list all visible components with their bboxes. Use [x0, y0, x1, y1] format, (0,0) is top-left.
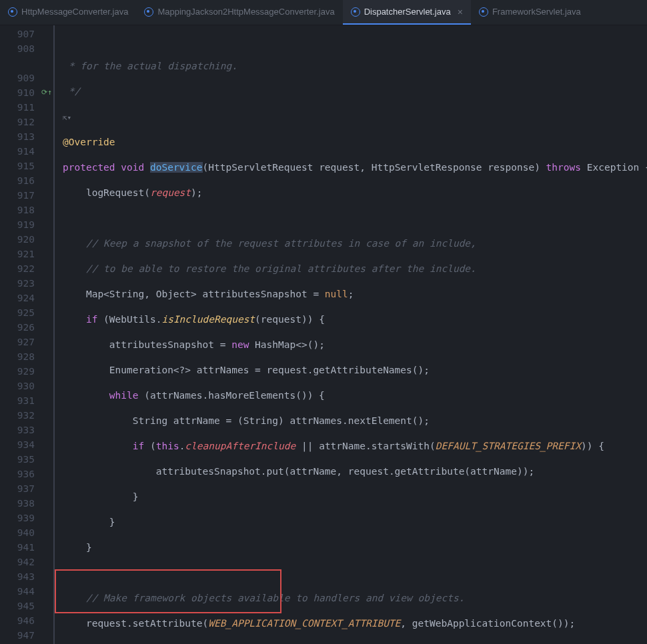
- text: (attrNames.hasMoreElements()) {: [139, 390, 325, 401]
- text: (WebUtils.: [97, 314, 161, 325]
- line-number: 920: [0, 232, 40, 247]
- line-number: 913: [0, 129, 40, 144]
- punct: ;: [348, 289, 354, 299]
- tab-httpmessageconverter[interactable]: HttpMessageConverter.java: [0, 0, 136, 25]
- java-class-icon: [8, 7, 17, 17]
- line-number: 936: [0, 467, 40, 481]
- punct: (: [144, 441, 155, 451]
- text: (request)) {: [255, 314, 325, 325]
- text: Enumeration<?> attrNames = request.getAt…: [109, 365, 430, 375]
- keyword: if: [133, 441, 144, 451]
- marker-gutter: ⟳↑: [40, 25, 53, 644]
- line-number: 930: [0, 379, 40, 393]
- line-number: 939: [0, 511, 40, 525]
- constant: DEFAULT_STRATEGIES_PREFIX: [436, 441, 581, 451]
- line-number: 927: [0, 335, 40, 349]
- constant: WEB_APPLICATION_CONTEXT_ATTRIBUTE: [208, 618, 400, 629]
- line-number: 940: [0, 525, 40, 540]
- line-number: 931: [0, 393, 40, 408]
- comment: // Keep a snapshot of the request attrib…: [86, 238, 476, 249]
- author-fold-icon[interactable]: ⇱▾: [63, 111, 72, 119]
- comment: */: [63, 86, 80, 97]
- comment: // to be able to restore the original at…: [86, 263, 476, 274]
- line-number: 917: [0, 188, 40, 203]
- line-number: 908: [0, 41, 40, 56]
- java-class-icon: [479, 7, 488, 17]
- tab-label: DispatcherServlet.java: [364, 7, 451, 17]
- line-number: [0, 56, 40, 71]
- line-number: 924: [0, 291, 40, 305]
- line-number: 942: [0, 555, 40, 569]
- tab-dispatcherservlet[interactable]: DispatcherServlet.java ×: [343, 0, 471, 25]
- keyword: new: [231, 339, 249, 350]
- keyword: null: [325, 289, 348, 299]
- line-number: 947: [0, 628, 40, 643]
- line-number: 935: [0, 452, 40, 467]
- line-number-gutter: 9079089099109119129139149159169179189199…: [0, 25, 40, 644]
- line-number: 923: [0, 276, 40, 291]
- line-number: 929: [0, 364, 40, 379]
- tab-label: FrameworkServlet.java: [492, 7, 581, 17]
- text: attributesSnapshot =: [109, 339, 231, 350]
- text: || attrName.startsWith(: [295, 441, 436, 451]
- code-editor[interactable]: 9079089099109119129139149159169179189199…: [0, 25, 647, 644]
- editor-tabs: HttpMessageConverter.java MappingJackson…: [0, 0, 647, 25]
- keyword: if: [86, 314, 97, 325]
- tab-mappingjackson2[interactable]: MappingJackson2HttpMessageConverter.java: [136, 0, 342, 25]
- keyword: protected: [63, 162, 115, 173]
- line-number: 932: [0, 408, 40, 423]
- keyword: throws: [546, 162, 581, 173]
- line-number: 909: [0, 71, 40, 85]
- line-number: 938: [0, 496, 40, 511]
- line-number: 916: [0, 173, 40, 188]
- keyword: while: [109, 390, 139, 401]
- field: cleanupAfterInclude: [185, 441, 295, 451]
- comment: * for the actual dispatching.: [63, 61, 237, 71]
- line-number: 945: [0, 599, 40, 613]
- text: request.setAttribute(: [86, 618, 208, 629]
- line-number: 946: [0, 613, 40, 628]
- line-number: 928: [0, 349, 40, 364]
- java-class-icon: [144, 7, 153, 17]
- method-name: doService: [150, 162, 203, 173]
- tab-label: HttpMessageConverter.java: [21, 7, 128, 17]
- line-number: 919: [0, 217, 40, 232]
- line-number: 944: [0, 584, 40, 599]
- punct: (: [144, 187, 150, 198]
- text: attributesSnapshot.put(attrName, request…: [156, 466, 534, 477]
- line-number: 937: [0, 481, 40, 496]
- line-number: 925: [0, 305, 40, 320]
- line-number: 926: [0, 320, 40, 335]
- text: Map<String, Object> attributesSnapshot =: [86, 289, 325, 299]
- tab-label: MappingJackson2HttpMessageConverter.java: [157, 7, 334, 17]
- line-number: 943: [0, 569, 40, 584]
- punct: );: [191, 187, 202, 198]
- param: request: [150, 187, 191, 198]
- keyword: void: [121, 162, 144, 173]
- text: HashMap<>();: [249, 339, 325, 350]
- text: , getWebApplicationContext());: [400, 618, 575, 629]
- text: )) {: [581, 441, 604, 451]
- line-number: 941: [0, 540, 40, 555]
- line-number: 921: [0, 247, 40, 261]
- method-call: logRequest: [86, 187, 144, 198]
- line-number: 907: [0, 27, 40, 41]
- keyword: this: [156, 441, 179, 451]
- line-number: 922: [0, 261, 40, 276]
- line-number: 910: [0, 85, 40, 100]
- close-icon[interactable]: ×: [458, 7, 463, 17]
- line-number: 911: [0, 100, 40, 115]
- code-area[interactable]: * for the actual dispatching. */ ⇱▾ @Ove…: [63, 25, 647, 644]
- line-number: 914: [0, 144, 40, 159]
- gutter-border: [53, 25, 55, 644]
- tab-frameworkservlet[interactable]: FrameworkServlet.java: [471, 0, 589, 25]
- static-call: isIncludeRequest: [161, 314, 255, 325]
- line-number: 933: [0, 423, 40, 437]
- override-recursive-icon[interactable]: ⟳↑: [41, 88, 52, 97]
- comment: // Make framework objects available to h…: [86, 593, 464, 603]
- signature: (HttpServletRequest request, HttpServlet…: [203, 162, 540, 173]
- line-number: 915: [0, 159, 40, 173]
- annotation: @Override: [63, 137, 115, 147]
- text: Exception {: [587, 162, 647, 173]
- text: String attrName = (String) attrNames.nex…: [133, 415, 430, 426]
